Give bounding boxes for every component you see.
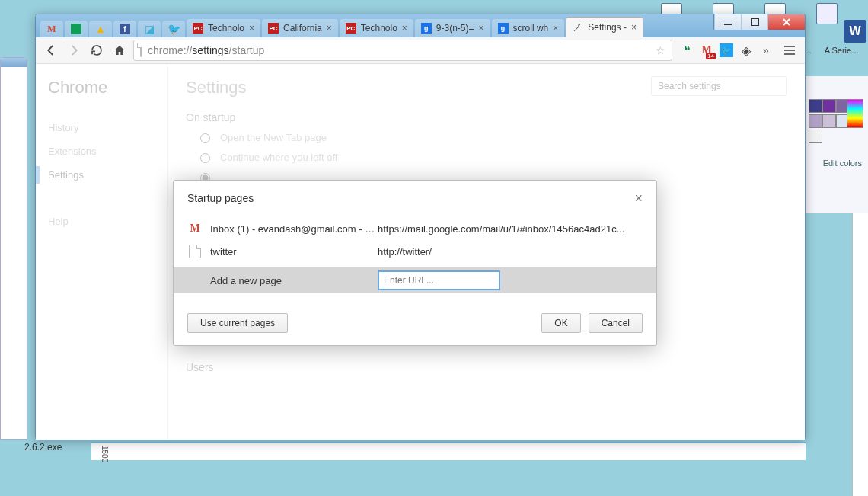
pcmag-icon: PC — [346, 23, 356, 34]
twitter-ext-icon[interactable]: 🐦 — [720, 43, 733, 57]
sidebar-brand: Chrome — [48, 78, 155, 98]
page-icon — [140, 44, 142, 56]
radio-label: Continue where you left off — [220, 152, 337, 163]
google-icon: g — [498, 23, 509, 34]
pinned-tab-gmail[interactable]: M — [40, 21, 63, 37]
dialog-title: Startup pages — [187, 192, 254, 204]
startup-page-row[interactable]: M Inbox (1) - evandash@gmail.com - Gmail… — [187, 217, 643, 240]
gmail-icon: M — [47, 24, 56, 35]
reload-button[interactable] — [88, 41, 106, 59]
window-minimize-button[interactable] — [714, 14, 741, 30]
tab[interactable]: g scroll wh × — [492, 19, 565, 37]
tab-strip: M ▲ f ◪ 🐦 PC Technolo × PC California × … — [36, 14, 805, 37]
section-users: Users — [186, 361, 787, 373]
ruler-number: 1500 — [101, 446, 109, 462]
startup-option-continue[interactable]: Continue where you left off — [196, 151, 787, 163]
page-icon — [187, 245, 203, 258]
radio-input[interactable] — [200, 133, 210, 143]
pinned-tab-drive[interactable]: ▲ — [89, 21, 112, 37]
window-controls — [713, 14, 806, 30]
tab-close-icon[interactable]: × — [631, 22, 637, 33]
sidebar-item-help[interactable]: Help — [48, 210, 155, 233]
settings-sidebar: Chrome History Extensions Settings Help — [36, 64, 168, 440]
hangouts-icon[interactable]: ❝ — [680, 43, 694, 57]
bookmark-star-icon[interactable]: ☆ — [656, 44, 665, 56]
tab-close-icon[interactable]: × — [479, 23, 484, 34]
word-horizontal-ruler: 1500 — [91, 442, 806, 460]
pcmag-icon: PC — [268, 23, 279, 34]
tab[interactable]: PC Technolo × — [187, 19, 260, 37]
pinned-tab-generic[interactable]: ◪ — [138, 21, 161, 37]
gmail-badge-count: 14 — [706, 53, 716, 59]
tab-close-icon[interactable]: × — [553, 23, 558, 34]
extension-icon[interactable]: ◈ — [739, 43, 753, 57]
tab-label: scroll wh — [513, 23, 549, 34]
browser-toolbar: chrome://settings/startup ☆ ❝ M 14 🐦 ◈ » — [36, 37, 805, 64]
page-url: http://twitter/ — [378, 246, 643, 258]
tab[interactable]: PC California × — [262, 19, 338, 37]
pinned-tab-facebook[interactable]: f — [113, 21, 136, 37]
chrome-window: M ▲ f ◪ 🐦 PC Technolo × PC California × … — [35, 14, 806, 440]
window-maximize-button[interactable] — [741, 14, 767, 30]
pinned-tab-twitter[interactable]: 🐦 — [162, 21, 185, 37]
word-edit-colors-label[interactable]: Edit colors — [823, 158, 862, 168]
sidebar-item-extensions[interactable]: Extensions — [48, 139, 155, 163]
settings-icon — [573, 22, 583, 33]
tab-close-icon[interactable]: × — [327, 23, 332, 34]
sidebar-item-history[interactable]: History — [48, 116, 155, 139]
desktop-file-label: 2.6.2.exe — [24, 442, 62, 453]
settings-page: Chrome History Extensions Settings Help … — [36, 64, 805, 440]
cancel-button[interactable]: Cancel — [589, 313, 643, 333]
address-bar[interactable]: chrome://settings/startup ☆ — [133, 40, 672, 61]
tab-close-icon[interactable]: × — [402, 23, 407, 34]
back-button[interactable] — [42, 41, 60, 59]
page-title: Inbox (1) - evandash@gmail.com - Gmail — [210, 223, 378, 235]
add-page-url-input[interactable] — [378, 270, 500, 290]
desktop-shortcut-label: A Serie... — [822, 46, 860, 55]
tab-label: Settings - — [588, 22, 627, 33]
startup-option-newtab[interactable]: Open the New Tab page — [196, 131, 787, 143]
word-app-icon[interactable]: W — [844, 20, 866, 43]
word-vertical-ruler — [852, 213, 868, 496]
forward-button[interactable] — [65, 41, 83, 59]
home-button[interactable] — [110, 41, 129, 59]
url-text: chrome://settings/startup — [148, 44, 264, 56]
ok-button[interactable]: OK — [541, 313, 580, 333]
chrome-menu-button[interactable] — [780, 41, 799, 59]
pinned-tab-sheets[interactable] — [65, 21, 88, 37]
tab-label: 9-3(n-5)= — [436, 23, 474, 34]
page-url: https://mail.google.com/mail/u/1/#inbox/… — [378, 223, 643, 235]
word-ribbon-sliver: Edit colors — [805, 76, 868, 213]
tab[interactable]: PC Technolo × — [340, 19, 413, 37]
add-page-row: Add a new page — [174, 267, 656, 293]
taskbar-icon[interactable] — [816, 3, 838, 24]
extension-icons: ❝ M 14 🐦 ◈ » — [677, 43, 776, 57]
word-color-picker-icon[interactable] — [847, 99, 863, 128]
background-window-sliver — [0, 57, 27, 440]
tab[interactable]: g 9-3(n-5)= × — [415, 19, 490, 37]
app-icon: ◪ — [145, 23, 155, 35]
startup-pages-dialog: Startup pages × M Inbox (1) - evandash@g… — [173, 180, 657, 346]
add-page-label: Add a new page — [210, 275, 378, 286]
window-close-button[interactable] — [767, 14, 805, 30]
sheets-icon — [71, 24, 81, 34]
dialog-close-icon[interactable]: × — [634, 191, 643, 205]
startup-page-row[interactable]: twitter http://twitter/ — [187, 240, 643, 263]
sidebar-item-settings[interactable]: Settings — [48, 163, 155, 187]
page-title: twitter — [210, 246, 378, 258]
tab-active[interactable]: Settings - × — [566, 17, 643, 37]
google-icon: g — [421, 23, 432, 34]
radio-input[interactable] — [200, 153, 210, 163]
tab-close-icon[interactable]: × — [249, 23, 254, 34]
search-settings-input[interactable] — [651, 76, 787, 96]
tab-label: Technolo — [208, 23, 244, 34]
section-on-startup: On startup — [186, 111, 787, 123]
pcmag-icon: PC — [193, 23, 203, 34]
gmail-icon: M — [187, 222, 203, 235]
use-current-pages-button[interactable]: Use current pages — [187, 313, 288, 333]
facebook-icon: f — [120, 24, 130, 34]
gmail-notifier-icon[interactable]: M 14 — [700, 43, 713, 57]
tab-label: California — [283, 23, 322, 34]
radio-label: Open the New Tab page — [220, 132, 327, 143]
overflow-icon[interactable]: » — [759, 43, 773, 57]
